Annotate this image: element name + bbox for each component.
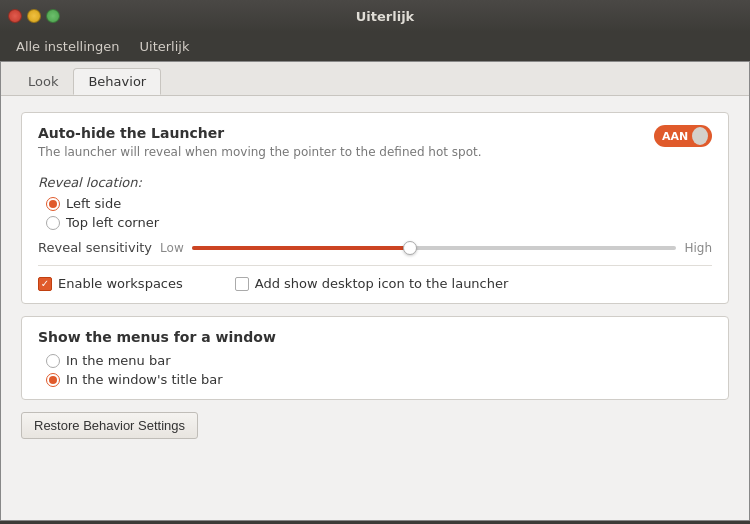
radio-top-left-corner[interactable]: Top left corner [46, 215, 712, 230]
menubar: Alle instellingen Uiterlijk [0, 32, 750, 61]
title-bar: Uiterlijk [0, 0, 750, 32]
radio-title-bar-label: In the window's title bar [66, 372, 223, 387]
window-controls [8, 9, 60, 23]
sensitivity-label: Reveal sensitivity [38, 240, 152, 255]
slider-fill [192, 246, 410, 250]
slider-thumb [403, 241, 417, 255]
toggle-knob [692, 127, 708, 145]
autohide-section: Auto-hide the Launcher The launcher will… [21, 112, 729, 304]
sensitivity-row: Reveal sensitivity Low High [38, 240, 712, 255]
reveal-location-label: Reveal location: [38, 175, 712, 190]
radio-top-left-label: Top left corner [66, 215, 159, 230]
enable-workspaces-box: ✓ [38, 277, 52, 291]
menubar-item-uiterlijk[interactable]: Uiterlijk [132, 36, 198, 57]
maximize-button[interactable] [46, 9, 60, 23]
radio-left-side-label: Left side [66, 196, 121, 211]
radio-left-side[interactable]: Left side [46, 196, 712, 211]
reveal-location-radio-group: Left side Top left corner [46, 196, 712, 230]
radio-dot-titlebar [49, 376, 57, 384]
menus-section-title: Show the menus for a window [38, 329, 712, 345]
checkbox-row: ✓ Enable workspaces Add show desktop ico… [38, 265, 712, 291]
high-label: High [684, 241, 712, 255]
checkmark-icon: ✓ [41, 279, 49, 289]
tabs-bar: Look Behavior [1, 62, 749, 96]
radio-menu-bar[interactable]: In the menu bar [46, 353, 712, 368]
menus-radio-group: In the menu bar In the window's title ba… [46, 353, 712, 387]
low-label: Low [160, 241, 184, 255]
enable-workspaces-checkbox[interactable]: ✓ Enable workspaces [38, 276, 183, 291]
toggle-label: AAN [662, 130, 688, 143]
radio-circle-left [46, 197, 60, 211]
sensitivity-slider[interactable] [192, 246, 677, 250]
add-show-desktop-checkbox[interactable]: Add show desktop icon to the launcher [235, 276, 509, 291]
radio-circle-menubar [46, 354, 60, 368]
radio-dot-left [49, 200, 57, 208]
menus-section: Show the menus for a window In the menu … [21, 316, 729, 400]
radio-circle-topleft [46, 216, 60, 230]
autohide-title: Auto-hide the Launcher [38, 125, 654, 141]
radio-menu-bar-label: In the menu bar [66, 353, 171, 368]
add-show-desktop-label: Add show desktop icon to the launcher [255, 276, 509, 291]
window-title: Uiterlijk [68, 9, 702, 24]
enable-workspaces-label: Enable workspaces [58, 276, 183, 291]
main-window: Look Behavior Auto-hide the Launcher The… [0, 61, 750, 521]
tab-behavior[interactable]: Behavior [73, 68, 161, 95]
restore-behavior-button[interactable]: Restore Behavior Settings [21, 412, 198, 439]
autohide-toggle[interactable]: AAN [654, 125, 712, 147]
content-area: Auto-hide the Launcher The launcher will… [1, 96, 749, 455]
reveal-section: Reveal location: Left side Top left corn… [38, 175, 712, 230]
radio-title-bar[interactable]: In the window's title bar [46, 372, 712, 387]
autohide-description: The launcher will reveal when moving the… [38, 145, 654, 159]
add-show-desktop-box [235, 277, 249, 291]
menubar-item-alle-instellingen[interactable]: Alle instellingen [8, 36, 128, 57]
tab-look[interactable]: Look [13, 68, 73, 95]
minimize-button[interactable] [27, 9, 41, 23]
radio-circle-titlebar [46, 373, 60, 387]
close-button[interactable] [8, 9, 22, 23]
